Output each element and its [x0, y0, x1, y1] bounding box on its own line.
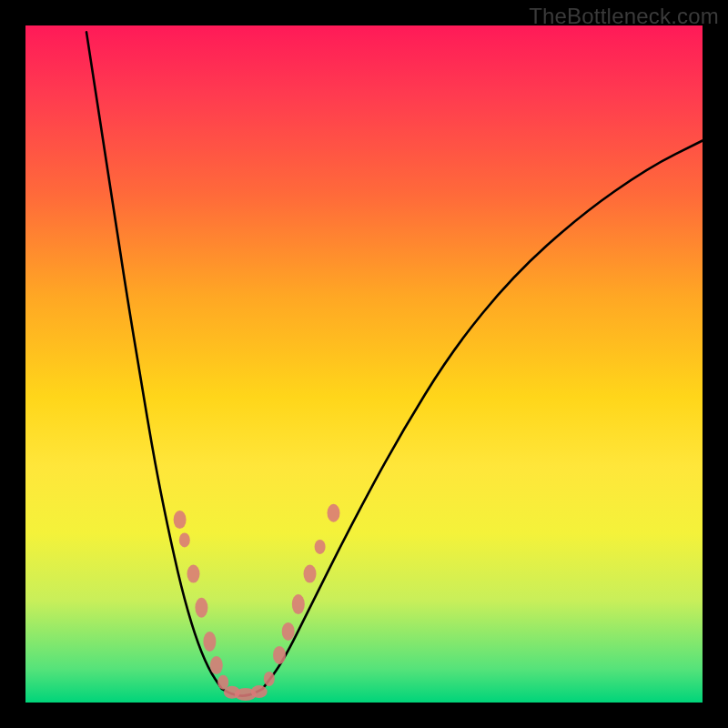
marker-dot	[315, 540, 326, 554]
outer-frame: TheBottleneck.com	[0, 0, 728, 728]
marker-dot	[187, 565, 200, 583]
marker-dot	[264, 672, 275, 686]
marker-group	[174, 504, 340, 701]
curve-path-group	[86, 32, 703, 695]
marker-dot	[210, 656, 223, 674]
marker-dot	[251, 685, 268, 698]
marker-dot	[292, 594, 305, 614]
chart-svg	[25, 25, 703, 703]
watermark-label: TheBottleneck.com	[529, 4, 719, 29]
marker-dot	[273, 646, 286, 664]
marker-dot	[282, 622, 295, 641]
marker-dot	[179, 532, 190, 547]
marker-dot	[174, 511, 187, 529]
marker-dot	[328, 504, 340, 522]
marker-dot	[203, 632, 216, 652]
marker-dot	[195, 598, 207, 618]
marker-dot	[304, 565, 317, 583]
bottleneck-curve	[86, 32, 703, 695]
